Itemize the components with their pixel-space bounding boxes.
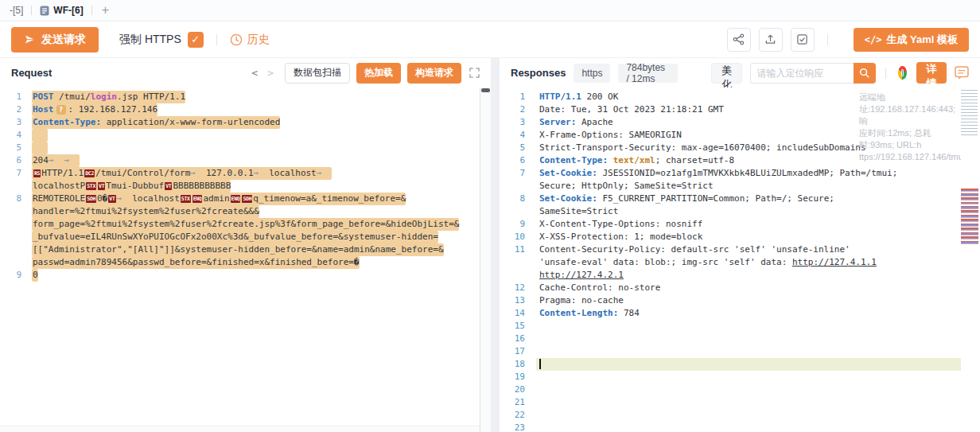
line-content[interactable] [536,345,539,358]
line-content[interactable] [536,320,539,333]
tab-wf-6[interactable]: WF-[6] [32,0,91,21]
line-content[interactable] [536,383,539,396]
code-line[interactable]: 5 [0,142,480,154]
code-line[interactable]: 90 [0,269,480,282]
line-content[interactable]: Content-Type: application/x-www-form-url… [32,116,280,129]
code-line[interactable]: 21 [500,396,980,409]
open-in-browser-button[interactable] [898,66,907,80]
code-line[interactable]: 4X-Frame-Options: SAMEORIGIN [500,129,980,142]
code-line[interactable]: 6Content-Type: text/xml; charset=utf-8 [500,154,980,167]
code-line[interactable]: SameSite=Strict [500,205,980,218]
code-line[interactable]: form_page=%2ftmui%2fsystem%2fuser%2fcrea… [0,218,480,231]
code-line[interactable]: 12Cache-Control: no-store [500,282,980,294]
line-content[interactable] [32,129,48,142]
code-line[interactable]: 9X-Content-Type-Options: nosniff [500,218,980,231]
code-line[interactable]: 13Pragma: no-cache [500,294,980,307]
code-line[interactable]: 2Host?: 192.168.127.146 [0,103,480,116]
line-content[interactable]: localhostPSTXVTTmui-DubbufVTBBBBBBBBBBB [32,180,231,193]
line-content[interactable] [536,396,539,409]
code-line[interactable]: 20 [500,383,980,396]
packet-scan-button[interactable]: 数据包扫描 [285,63,350,84]
code-line[interactable]: 7Set-Cookie: JSESSIONID=oz1afg1mTMVKXkbk… [500,167,980,180]
code-line[interactable]: 2Date: Tue, 31 Oct 2023 21:18:21 GMT [500,103,980,116]
code-line[interactable]: 23 [500,422,980,432]
code-line[interactable]: 5Strict-Transport-Security: max-age=1607… [500,142,980,154]
line-content[interactable]: Content-Type: text/xml; charset=utf-8 [536,154,734,167]
line-content[interactable]: _bufvalue=eIL4RUnSwXYoPUIOGcOFx2o00Xc%3d… [32,231,438,243]
line-content[interactable] [32,142,48,154]
code-line[interactable]: 1POST /tmui/login.jsp HTTP/1.1 [0,91,480,103]
line-content[interactable]: 0 [32,269,38,282]
line-content[interactable]: 'unsafe-eval' data: blob:; img-src 'self… [536,256,877,269]
horizontal-scrollbar[interactable] [0,426,480,432]
line-content[interactable]: Pragma: no-cache [536,294,624,307]
line-content[interactable]: http://127.4.2.1 [536,269,624,282]
code-line[interactable]: 19 [500,371,980,383]
generate-yaml-button[interactable]: </> 生成 Yaml 模板 [854,28,969,52]
code-line[interactable]: 8REMOTEROLESOH0�VT→localhostSTXENQadminE… [0,193,480,205]
edit-button[interactable] [791,28,815,52]
line-content[interactable] [536,371,539,383]
code-line[interactable]: passwd=admin789456&passwd_before=&finish… [0,256,480,269]
code-line[interactable]: [["Administrator","[All]"]]&systemuser-h… [0,243,480,256]
scrollbar-thumb[interactable] [481,88,490,92]
history-prev-button[interactable]: < [247,67,262,79]
history-button[interactable]: 历史 [230,33,270,47]
line-content[interactable] [536,358,980,371]
line-content[interactable]: X-XSS-Protection: 1; mode=block [536,231,702,243]
code-line[interactable]: 15 [500,320,980,333]
search-input[interactable] [750,63,854,84]
code-line[interactable]: 10X-XSS-Protection: 1; mode=block [500,231,980,243]
code-line[interactable]: localhostPSTXVTTmui-DubbufVTBBBBBBBBBBB [0,180,480,193]
code-line[interactable]: 11Content-Security-Policy: default-src '… [500,243,980,256]
tab-wf-5[interactable]: -[5] [2,0,31,21]
code-line[interactable]: 'unsafe-eval' data: blob:; img-src 'self… [500,256,980,269]
code-line[interactable]: _bufvalue=eIL4RUnSwXYoPUIOGcOFx2o00Xc%3d… [0,231,480,243]
beautify-button[interactable]: 美化 [711,63,741,84]
line-content[interactable]: X-Frame-Options: SAMEORIGIN [536,129,682,142]
code-line[interactable]: 4 [0,129,480,142]
code-line[interactable]: Secure; HttpOnly; SameSite=Strict [500,180,980,193]
line-content[interactable]: Content-Security-Policy: default-src 'se… [536,243,850,256]
hot-reload-button[interactable]: 热加载 [356,63,401,84]
request-editor[interactable]: 1POST /tmui/login.jsp HTTP/1.12Host?: 19… [0,88,480,432]
line-content[interactable]: Server: Apache [536,116,613,129]
code-line[interactable]: 17 [500,345,980,358]
code-line[interactable]: 16 [500,333,980,345]
export-button[interactable] [759,28,783,52]
share-button[interactable] [727,28,751,52]
force-https-checkbox[interactable]: ✓ [188,32,204,48]
fullscreen-button[interactable] [469,68,480,78]
code-line[interactable]: http://127.4.2.1 [500,269,980,282]
line-content[interactable]: Set-Cookie: JSESSIONID=oz1afg1mTMVKXkbk4… [536,167,897,180]
code-line[interactable]: 18 [500,358,980,371]
code-line[interactable]: handler=%2ftmui%2fsystem%2fuser%2fcreate… [0,205,480,218]
line-content[interactable] [536,333,539,345]
code-line[interactable]: 22 [500,409,980,422]
line-content[interactable]: POST /tmui/login.jsp HTTP/1.1 [32,91,185,103]
line-content[interactable]: Set-Cookie: F5_CURRENT_PARTITION=Common;… [536,193,834,205]
line-content[interactable]: HTTP/1.1 200 OK [536,91,618,103]
line-content[interactable]: 204→→ [32,154,80,167]
code-line[interactable]: 3Server: Apache [500,116,980,129]
add-tab-button[interactable]: + [92,3,119,18]
line-content[interactable]: RSHTTP/1.1DC2/tmui/Control/form→127.0.0.… [32,167,332,180]
line-content[interactable]: handler=%2ftmui%2fsystem%2fuser%2fcreate… [32,205,259,218]
code-line[interactable]: 6204→→ [0,154,480,167]
line-content[interactable]: passwd=admin789456&passwd_before=&finish… [32,256,360,269]
code-line[interactable]: 3Content-Type: application/x-www-form-ur… [0,116,480,129]
line-content[interactable]: Secure; HttpOnly; SameSite=Strict [536,180,714,193]
code-line[interactable]: 8Set-Cookie: F5_CURRENT_PARTITION=Common… [500,193,980,205]
search-button[interactable] [854,63,876,84]
line-content[interactable]: Cache-Control: no-store [536,282,660,294]
details-button[interactable]: 详情 [916,62,947,84]
code-line[interactable]: 14Content-Length: 784 [500,307,980,320]
code-line[interactable]: 1HTTP/1.1 200 OK [500,91,980,103]
line-content[interactable] [536,422,539,432]
line-content[interactable]: Strict-Transport-Security: max-age=16070… [536,142,866,154]
minimap[interactable] [961,88,980,432]
line-content[interactable]: Date: Tue, 31 Oct 2023 21:18:21 GMT [536,103,724,116]
line-content[interactable]: REMOTEROLESOH0�VT→localhostSTXENQadminEN… [32,193,406,205]
response-editor[interactable]: 1HTTP/1.1 200 OK2Date: Tue, 31 Oct 2023 … [500,88,980,432]
construct-request-button[interactable]: 构造请求 [407,63,461,84]
